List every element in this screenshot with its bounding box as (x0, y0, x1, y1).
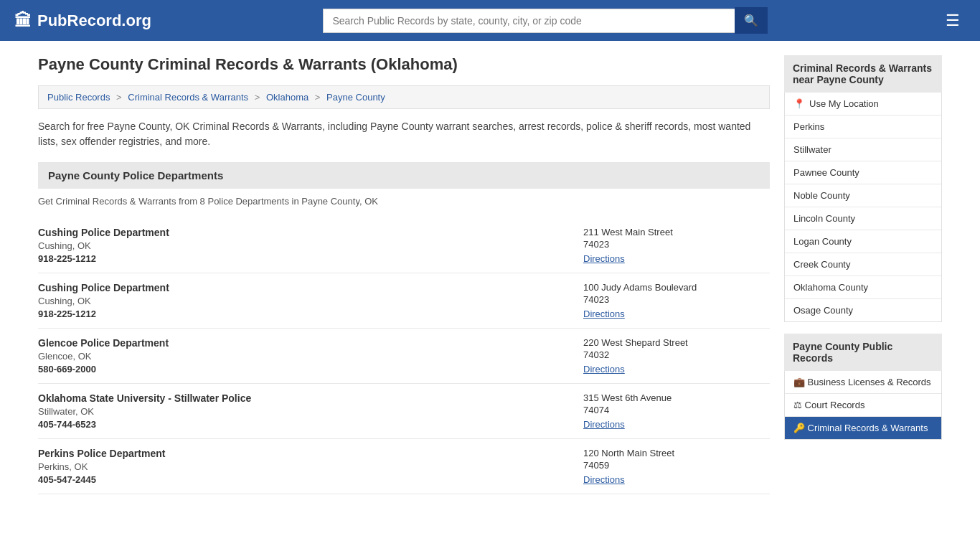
dept-city: Cushing, OK (38, 296, 583, 306)
nearby-link[interactable]: Creek County (785, 253, 941, 276)
nearby-link[interactable]: Oklahoma County (785, 276, 941, 298)
nearby-list-item[interactable]: Logan County (785, 230, 941, 253)
dept-zip: 74032 (583, 349, 770, 360)
dept-address: 120 North Main Street (583, 448, 770, 458)
department-entry: Perkins Police Department Perkins, OK 40… (38, 439, 770, 494)
dept-zip: 74059 (583, 460, 770, 471)
logo-icon: 🏛 (14, 11, 32, 31)
dept-name: Oklahoma State University - Stillwater P… (38, 392, 583, 404)
dept-zip: 74074 (583, 405, 770, 415)
page-title: Payne County Criminal Records & Warrants… (38, 55, 770, 74)
nearby-list-item[interactable]: Osage County (785, 299, 941, 321)
nearby-list-item[interactable]: Oklahoma County (785, 276, 941, 299)
record-icon: ⚖ (793, 400, 802, 410)
location-icon: 📍 (793, 98, 805, 109)
nearby-list-item[interactable]: Pawnee County (785, 161, 941, 184)
dept-directions-link[interactable]: Directions (583, 474, 625, 485)
nearby-link[interactable]: Perkins (785, 116, 941, 138)
dept-address-block: 100 Judy Adams Boulevard 74023 Direction… (583, 282, 770, 319)
dept-city: Perkins, OK (38, 461, 583, 472)
public-record-list-item[interactable]: ⚖ Court Records (785, 394, 941, 417)
dept-directions-link[interactable]: Directions (583, 253, 625, 264)
dept-address-block: 315 West 6th Avenue 74074 Directions (583, 392, 770, 430)
nearby-link[interactable]: Pawnee County (785, 161, 941, 184)
dept-address-block: 220 West Shepard Street 74032 Directions (583, 337, 770, 375)
nearby-list-item[interactable]: Creek County (785, 253, 941, 276)
logo-text: PubRecord.org (37, 11, 151, 30)
nearby-link[interactable]: Osage County (785, 299, 941, 321)
search-bar: 🔍 (323, 7, 768, 34)
site-logo[interactable]: 🏛 PubRecord.org (14, 11, 151, 31)
dept-address-block: 211 West Main Street 74023 Directions (583, 227, 770, 264)
dept-info: Cushing Police Department Cushing, OK 91… (38, 282, 583, 319)
nearby-list-item[interactable]: Perkins (785, 116, 941, 138)
public-records-header: Payne County Public Records (784, 334, 942, 371)
dept-phone: 580-669-2000 (38, 364, 583, 375)
section-desc: Get Criminal Records & Warrants from 8 P… (38, 196, 770, 207)
section-header: Payne County Police Departments (38, 162, 770, 189)
department-entry: Glencoe Police Department Glencoe, OK 58… (38, 329, 770, 384)
dept-name: Glencoe Police Department (38, 337, 583, 349)
use-location-item[interactable]: 📍 Use My Location (785, 93, 941, 116)
nearby-list: 📍 Use My Location PerkinsStillwaterPawne… (784, 93, 942, 322)
dept-name: Cushing Police Department (38, 227, 583, 238)
dept-address-block: 120 North Main Street 74059 Directions (583, 448, 770, 485)
public-records-list: 💼 Business Licenses & Records⚖ Court Rec… (784, 371, 942, 440)
use-location-label: Use My Location (809, 98, 879, 109)
page-description: Search for free Payne County, OK Crimina… (38, 119, 770, 149)
record-icon: 🔑 (793, 423, 805, 433)
public-record-list-item[interactable]: 💼 Business Licenses & Records (785, 371, 941, 394)
dept-directions-link[interactable]: Directions (583, 419, 625, 430)
department-entry: Cushing Police Department Cushing, OK 91… (38, 273, 770, 329)
dept-phone: 405-744-6523 (38, 419, 583, 430)
dept-info: Cushing Police Department Cushing, OK 91… (38, 227, 583, 264)
dept-city: Cushing, OK (38, 240, 583, 251)
nearby-list-item[interactable]: Lincoln County (785, 207, 941, 230)
dept-zip: 74023 (583, 294, 770, 305)
department-entry: Oklahoma State University - Stillwater P… (38, 384, 770, 439)
breadcrumb-payne-county[interactable]: Payne County (326, 92, 385, 103)
departments-list: Cushing Police Department Cushing, OK 91… (38, 218, 770, 494)
sidebar: Criminal Records & Warrants near Payne C… (784, 55, 942, 494)
public-record-link[interactable]: 🔑 Criminal Records & Warrants (785, 417, 941, 439)
dept-info: Glencoe Police Department Glencoe, OK 58… (38, 337, 583, 375)
public-record-link[interactable]: ⚖ Court Records (785, 394, 941, 416)
use-location-link[interactable]: 📍 Use My Location (785, 93, 941, 115)
dept-name: Cushing Police Department (38, 282, 583, 293)
nearby-link[interactable]: Noble County (785, 184, 941, 207)
main-container: Payne County Criminal Records & Warrants… (24, 41, 956, 509)
dept-city: Stillwater, OK (38, 406, 583, 417)
dept-directions-link[interactable]: Directions (583, 309, 625, 319)
dept-phone: 918-225-1212 (38, 309, 583, 319)
breadcrumb-oklahoma[interactable]: Oklahoma (266, 92, 308, 103)
dept-address: 315 West 6th Avenue (583, 392, 770, 403)
content-area: Payne County Criminal Records & Warrants… (38, 55, 770, 494)
public-record-link[interactable]: 💼 Business Licenses & Records (785, 371, 941, 393)
menu-icon[interactable]: ☰ (940, 9, 966, 33)
search-input[interactable] (323, 9, 735, 33)
public-record-list-item[interactable]: 🔑 Criminal Records & Warrants (785, 417, 941, 439)
dept-info: Oklahoma State University - Stillwater P… (38, 392, 583, 430)
nearby-link[interactable]: Stillwater (785, 138, 941, 161)
dept-name: Perkins Police Department (38, 448, 583, 459)
nearby-link[interactable]: Logan County (785, 230, 941, 253)
nearby-link[interactable]: Lincoln County (785, 207, 941, 230)
nearby-list-item[interactable]: Stillwater (785, 138, 941, 161)
dept-phone: 405-547-2445 (38, 474, 583, 485)
dept-city: Glencoe, OK (38, 351, 583, 362)
dept-address: 211 West Main Street (583, 227, 770, 237)
department-entry: Cushing Police Department Cushing, OK 91… (38, 218, 770, 273)
dept-directions-link[interactable]: Directions (583, 364, 625, 375)
dept-zip: 74023 (583, 239, 770, 250)
breadcrumb-public-records[interactable]: Public Records (47, 92, 110, 103)
dept-phone: 918-225-1212 (38, 253, 583, 264)
nearby-list-item[interactable]: Noble County (785, 184, 941, 207)
dept-address: 220 West Shepard Street (583, 337, 770, 348)
dept-address: 100 Judy Adams Boulevard (583, 282, 770, 293)
breadcrumb: Public Records > Criminal Records & Warr… (38, 85, 770, 109)
breadcrumb-criminal-records[interactable]: Criminal Records & Warrants (128, 92, 248, 103)
site-header: 🏛 PubRecord.org 🔍 ☰ (0, 0, 980, 41)
nearby-header: Criminal Records & Warrants near Payne C… (784, 55, 942, 93)
search-button[interactable]: 🔍 (735, 7, 768, 34)
dept-info: Perkins Police Department Perkins, OK 40… (38, 448, 583, 485)
